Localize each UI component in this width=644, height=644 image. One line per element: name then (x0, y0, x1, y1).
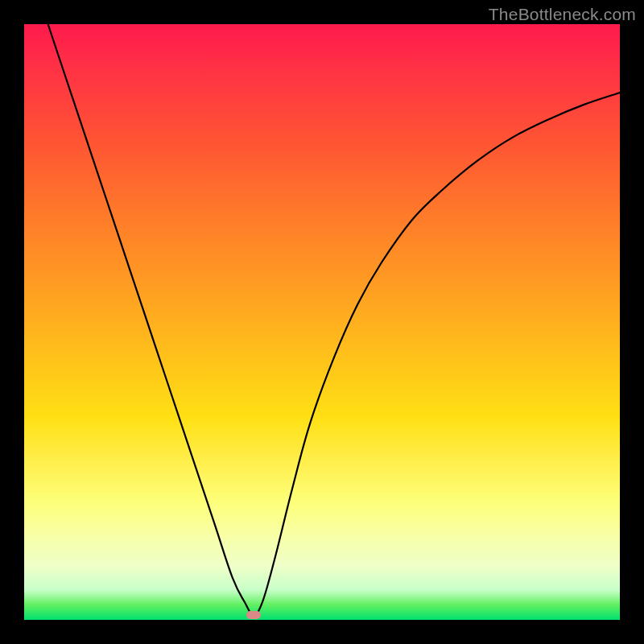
optimal-marker (246, 611, 261, 619)
bottleneck-curve (24, 24, 620, 620)
chart-frame: TheBottleneck.com (0, 0, 644, 644)
plot-area (24, 24, 620, 620)
watermark-text: TheBottleneck.com (489, 5, 636, 24)
